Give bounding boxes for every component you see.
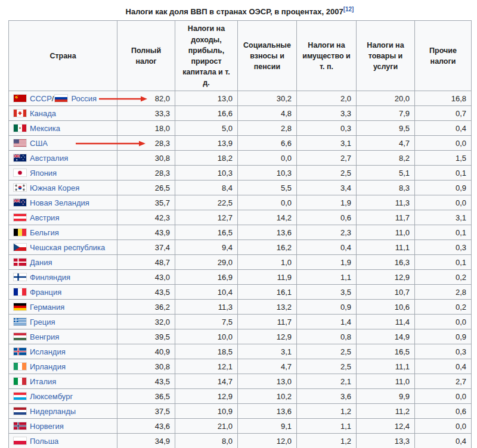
flag-icon-france bbox=[14, 288, 26, 295]
table-row: Венгрия39,510,012,90,814,90,9 bbox=[9, 329, 472, 344]
value-cell: 0,4 bbox=[415, 121, 472, 136]
country-link[interactable]: Австралия bbox=[30, 154, 68, 163]
value-cell: 82,0 bbox=[117, 91, 175, 106]
country-link[interactable]: Нидерланды bbox=[30, 407, 76, 416]
value-cell: 16,2 bbox=[238, 240, 297, 255]
flag-icon-netherlands bbox=[14, 407, 26, 415]
country-cell: Нидерланды bbox=[9, 404, 117, 419]
country-link[interactable]: Люксембург bbox=[30, 392, 73, 401]
value-cell: 12,9 bbox=[238, 329, 297, 344]
table-row: Финляндия43,016,911,91,112,90,2 bbox=[9, 270, 472, 285]
country-link[interactable]: Венгрия bbox=[30, 332, 59, 341]
value-cell: 11,7 bbox=[238, 315, 297, 329]
value-cell: 0,0 bbox=[238, 151, 297, 166]
flag-icon-italy bbox=[14, 378, 26, 385]
value-cell: 1,0 bbox=[238, 255, 297, 270]
value-cell: 14,9 bbox=[357, 329, 415, 344]
country-link[interactable]: СССР bbox=[30, 94, 52, 103]
flag-icon-usa bbox=[14, 139, 26, 147]
column-header-5: Налоги на имущество и т. п. bbox=[297, 21, 357, 91]
value-cell: 14,2 bbox=[238, 210, 297, 225]
flag-icon-mexico bbox=[14, 125, 26, 132]
value-cell: 0,4 bbox=[415, 359, 472, 374]
value-cell: 16,3 bbox=[357, 255, 415, 270]
country-cell: Япония bbox=[9, 166, 117, 181]
column-header-1: Страна bbox=[9, 21, 117, 91]
flag-icon-ireland bbox=[14, 363, 26, 370]
value-cell: 13,0 bbox=[175, 91, 238, 106]
country-link[interactable]: Дания bbox=[30, 258, 52, 267]
flag-icon-new_zealand bbox=[14, 199, 26, 206]
country-link[interactable]: Бельгия bbox=[30, 228, 59, 237]
country-link[interactable]: Исландия bbox=[30, 347, 66, 356]
value-cell: 11,0 bbox=[357, 225, 415, 240]
value-cell: 10,9 bbox=[175, 404, 238, 419]
country-cell: Южная Корея bbox=[9, 181, 117, 195]
country-link[interactable]: Норвегия bbox=[30, 422, 64, 431]
country-cell: Мексика bbox=[9, 121, 117, 136]
reference-link[interactable]: [12] bbox=[343, 6, 354, 13]
value-cell: 16,8 bbox=[415, 91, 472, 106]
country-link[interactable]: Германия bbox=[30, 303, 64, 312]
value-cell: 8,4 bbox=[175, 181, 238, 195]
country-link[interactable]: Италия bbox=[30, 377, 56, 386]
country-link[interactable]: Новая Зеландия bbox=[30, 198, 89, 207]
flag-icon-belgium bbox=[14, 229, 26, 236]
country-link[interactable]: Греция bbox=[30, 318, 55, 326]
country-link[interactable]: США bbox=[30, 139, 48, 148]
table-row: Исландия40,918,53,12,516,50,3 bbox=[9, 344, 472, 359]
value-cell: 0,6 bbox=[415, 404, 472, 419]
value-cell: 12,7 bbox=[175, 210, 238, 225]
value-cell: 2,7 bbox=[297, 151, 357, 166]
value-cell: 11,3 bbox=[357, 195, 415, 210]
country-cell: Исландия bbox=[9, 344, 117, 359]
table-row: Польша34,98,012,01,213,30,4 bbox=[9, 434, 472, 448]
value-cell: 0,2 bbox=[415, 300, 472, 315]
value-cell: 7,9 bbox=[357, 106, 415, 121]
country-link[interactable]: Южная Корея bbox=[30, 183, 79, 192]
value-cell: 16,9 bbox=[175, 270, 238, 285]
country-link[interactable]: Канада bbox=[30, 109, 56, 118]
country-link[interactable]: Финляндия bbox=[30, 273, 70, 282]
country-cell: Венгрия bbox=[9, 329, 117, 344]
value-cell: 35,7 bbox=[117, 195, 175, 210]
value-cell: 0,3 bbox=[415, 344, 472, 359]
value-cell: 1,2 bbox=[297, 434, 357, 448]
value-cell: 11,7 bbox=[357, 210, 415, 225]
value-cell: 18,0 bbox=[117, 121, 175, 136]
value-cell: 2,5 bbox=[297, 344, 357, 359]
country-link[interactable]: Мексика bbox=[30, 124, 60, 133]
country-link[interactable]: Ирландия bbox=[30, 362, 66, 371]
country-cell: Греция bbox=[9, 315, 117, 329]
table-row: Италия43,514,713,02,111,02,7 bbox=[9, 374, 472, 389]
value-cell: 3,1 bbox=[238, 344, 297, 359]
flag-icon-south_korea bbox=[14, 184, 26, 191]
country-link[interactable]: Австрия bbox=[30, 213, 59, 222]
reference-superscript: [12] bbox=[343, 6, 354, 13]
value-cell: 36,5 bbox=[117, 389, 175, 404]
value-cell: 0,1 bbox=[415, 255, 472, 270]
country-link[interactable]: Франция bbox=[30, 288, 61, 297]
value-cell: 3,1 bbox=[415, 210, 472, 225]
country-cell: Дания bbox=[9, 255, 117, 270]
header-row: СтранаПолный налогНалоги на доходы, приб… bbox=[9, 21, 472, 91]
value-cell: 40,9 bbox=[117, 344, 175, 359]
country-link[interactable]: Чешская республика bbox=[30, 243, 105, 252]
value-cell: 34,9 bbox=[117, 434, 175, 448]
value-cell: 28,3 bbox=[117, 136, 175, 151]
tax-table-wrapper: СтранаПолный налогНалоги на доходы, приб… bbox=[8, 20, 472, 448]
country-cell: США bbox=[9, 136, 117, 151]
value-cell: 10,3 bbox=[175, 166, 238, 181]
country-link[interactable]: Польша bbox=[30, 437, 58, 446]
value-cell: 5,0 bbox=[175, 121, 238, 136]
value-cell: 9,9 bbox=[357, 389, 415, 404]
country-link[interactable]: Россия bbox=[71, 94, 97, 103]
value-cell: 13,0 bbox=[238, 374, 297, 389]
value-cell: 0,7 bbox=[415, 106, 472, 121]
country-link[interactable]: Япония bbox=[30, 169, 57, 178]
value-cell: 5,1 bbox=[357, 166, 415, 181]
value-cell: 9,4 bbox=[175, 240, 238, 255]
value-cell: 10,3 bbox=[238, 166, 297, 181]
value-cell: 29,0 bbox=[175, 255, 238, 270]
value-cell: 0,0 bbox=[415, 419, 472, 434]
